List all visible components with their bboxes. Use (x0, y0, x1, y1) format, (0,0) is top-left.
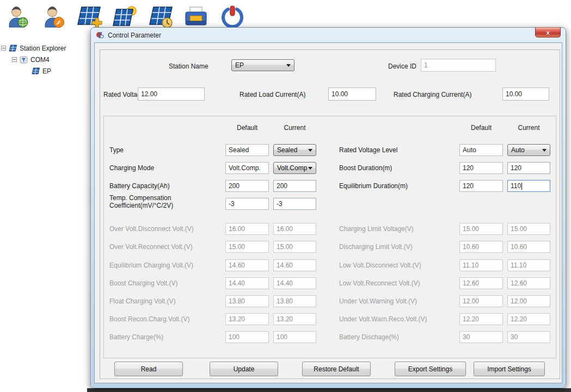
param-current-combo[interactable]: Sealed (273, 144, 316, 156)
collapse-icon[interactable] (12, 57, 17, 62)
tree-label[interactable]: COM4 (30, 56, 50, 64)
param-current-field: 15.00 (507, 223, 550, 235)
param-label: Under Volt.Warn.Reco.Volt.(V) (339, 315, 427, 323)
param-current-field: 10.60 (507, 241, 550, 253)
combo-value: Auto (511, 146, 525, 154)
rated-load-current-field: 10.00 (328, 88, 376, 101)
param-label: Equilibrium Charging Volt.(V) (109, 262, 193, 269)
station-explorer-tree: Station Explorer COM4 EP (1, 42, 66, 77)
user-key-icon[interactable] (39, 4, 66, 30)
tree-node-com4[interactable]: COM4 (1, 54, 66, 65)
param-default-field: 100 (225, 331, 269, 343)
param-label: Rated Voltage Level (339, 146, 397, 154)
param-current-field: 12.20 (507, 313, 550, 325)
param-label: Under Vol.Warning Volt.(V) (339, 297, 417, 305)
restore-default-button[interactable]: Restore Default (302, 362, 371, 376)
param-default-field: 16.00 (225, 223, 269, 235)
param-current-field: 30 (507, 331, 550, 343)
import-settings-button[interactable]: Import Settings (474, 362, 545, 376)
param-current-field[interactable]: 200 (273, 180, 316, 192)
tree-node-station-explorer[interactable]: Station Explorer (1, 42, 66, 54)
param-default-field: -3 (225, 198, 269, 210)
param-current-field: 11.10 (507, 259, 550, 271)
param-current-field[interactable]: -3 (273, 198, 316, 210)
dialog-titlebar[interactable]: Control Parameter x (91, 28, 566, 42)
chevron-down-icon (542, 149, 547, 152)
column-header-current-right: Current (507, 124, 550, 132)
param-label: Discharging Limit Volt.(V) (339, 243, 413, 251)
param-label: Charging Limit Voltage(V) (339, 225, 414, 233)
param-default-field: Auto (459, 144, 503, 156)
station-name-combo[interactable]: EP (231, 59, 294, 71)
column-header-default-left: Default (225, 124, 269, 132)
column-header-current-left: Current (273, 124, 316, 132)
param-default-field: 14.40 (225, 277, 269, 289)
column-header-default-right: Default (459, 124, 503, 132)
tree-node-ep[interactable]: EP (1, 65, 66, 77)
user-globe-icon[interactable] (3, 4, 30, 30)
export-settings-button[interactable]: Export Settings (395, 362, 466, 376)
app-icon (96, 31, 105, 40)
param-current-field: 13.20 (273, 313, 316, 325)
text-caret (521, 183, 522, 190)
chevron-down-icon (286, 64, 291, 67)
param-current-field: 12.00 (507, 295, 550, 307)
device-id-label: Device ID (388, 63, 416, 70)
param-default-field: Volt.Comp. (225, 162, 269, 174)
param-default-field: 11.10 (459, 259, 503, 271)
power-exit-icon[interactable] (219, 4, 246, 30)
monitor-panel-sun-icon[interactable] (111, 4, 138, 30)
param-default-field: 30 (459, 331, 503, 343)
param-current-combo[interactable]: Volt.Comp (273, 162, 316, 174)
solar-panel-icon (32, 67, 40, 74)
param-label: Float Charging Volt.(V) (109, 297, 175, 305)
param-label: Charging Mode (109, 164, 154, 172)
param-current-field[interactable]: 120 (507, 162, 550, 174)
rated-charging-current-field: 10.00 (502, 88, 549, 101)
param-default-field: 13.20 (225, 313, 269, 325)
station-name-label: Station Name (169, 63, 208, 70)
param-current-combo[interactable]: Auto (507, 144, 550, 156)
field-value: 110 (511, 182, 521, 190)
param-default-field: 14.60 (225, 259, 269, 271)
tree-label[interactable]: Station Explorer (20, 45, 66, 52)
background-window-edge (87, 388, 571, 392)
param-default-field: 15.00 (225, 241, 269, 253)
param-label: Boost Charging Volt.(V) (109, 279, 177, 287)
param-default-field: 15.00 (459, 223, 503, 235)
param-label: Low Volt.Reconnect Volt.(V) (339, 279, 420, 287)
param-label: Battery Dischage(%) (339, 333, 399, 341)
param-current-field: 15.00 (273, 241, 316, 253)
param-current-field: 13.80 (273, 295, 316, 307)
rated-charging-current-label: Rated Charging Current(A) (394, 91, 471, 98)
combo-value: Volt.Comp (277, 164, 307, 172)
close-button[interactable]: x (535, 27, 561, 38)
param-default-field: 10.60 (459, 241, 503, 253)
dialog-client-area: Station Name EP Device ID 1 Rated Voltag… (94, 42, 562, 383)
param-label: Type (109, 146, 124, 154)
tree-label[interactable]: EP (42, 67, 51, 75)
history-panel-clock-icon[interactable] (147, 4, 174, 30)
parameter-groupbox: Default Current Default Current Type Sea… (103, 116, 556, 358)
param-default-field: 200 (225, 180, 269, 192)
rated-voltage-field: 12.00 (138, 88, 205, 101)
solar-panel-icon (9, 45, 17, 52)
param-label: Low Volt.Disconnect Volt.(V) (339, 262, 421, 269)
param-label: Battery Charge(%) (109, 333, 163, 341)
param-label: Battery Capacity(Ah) (109, 182, 170, 190)
param-default-field: 12.60 (459, 277, 503, 289)
param-current-field: 16.00 (273, 223, 316, 235)
param-current-field-focused[interactable]: 110 (507, 180, 550, 192)
print-icon[interactable] (183, 4, 210, 30)
device-id-field: 1 (421, 59, 496, 72)
param-label: Equilibrium Duration(m) (339, 182, 408, 190)
update-button[interactable]: Update (210, 362, 278, 376)
collapse-icon[interactable] (1, 46, 6, 51)
param-label: Over Volt.Disconnect Volt.(V) (109, 225, 194, 233)
add-station-panel-icon[interactable] (75, 4, 102, 30)
param-current-field: 100 (273, 331, 316, 343)
param-current-field: 12.60 (507, 277, 550, 289)
read-button[interactable]: Read (114, 362, 183, 376)
param-default-field: 13.80 (225, 295, 269, 307)
rated-load-current-label: Rated Load Current(A) (240, 91, 305, 98)
